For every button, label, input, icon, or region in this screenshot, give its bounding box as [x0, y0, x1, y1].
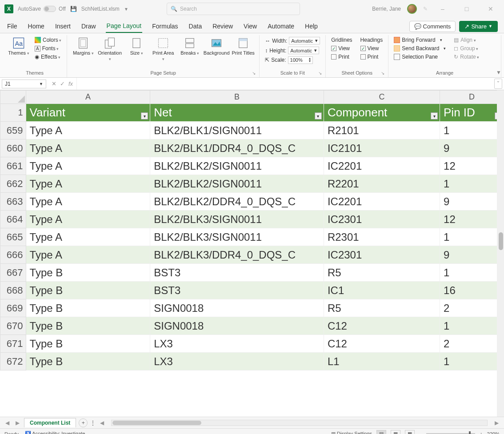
close-button[interactable]: ✕ — [482, 5, 500, 12]
enter-formula-icon[interactable]: ✓ — [60, 80, 65, 87]
selection-pane-button[interactable]: Selection Pane — [392, 53, 448, 61]
save-icon[interactable]: 💾 — [70, 6, 77, 12]
cell-variant[interactable]: Type A — [26, 139, 150, 157]
row-header[interactable]: 664 — [0, 211, 26, 228]
hscroll-right[interactable]: ▶ — [493, 420, 500, 426]
tab-help[interactable]: Help — [304, 20, 319, 32]
sheet-tab-component-list[interactable]: Component List — [24, 418, 76, 427]
filter-icon[interactable]: ▾ — [431, 112, 438, 119]
size-button[interactable]: Size — [124, 36, 149, 57]
cell-net[interactable]: LX3 — [150, 335, 324, 353]
col-header-A[interactable]: A — [26, 91, 150, 104]
cell-pin[interactable]: 1 — [440, 353, 504, 370]
cell-variant[interactable]: Type A — [26, 193, 150, 211]
select-all-button[interactable] — [0, 91, 26, 104]
cell-component[interactable]: R2101 — [324, 122, 440, 139]
row-header[interactable]: 669 — [0, 299, 26, 317]
tab-review[interactable]: Review — [212, 20, 234, 32]
comments-button[interactable]: 💬Comments — [409, 21, 456, 32]
bring-forward-button[interactable]: Bring Forward▾ — [392, 36, 448, 44]
gridlines-view-check[interactable]: ✓View — [329, 44, 354, 52]
cell-component[interactable]: R5 — [324, 299, 440, 317]
tab-formulas[interactable]: Formulas — [151, 20, 179, 32]
hscroll-left[interactable]: ◀ — [98, 420, 106, 426]
expand-formula-bar[interactable]: ˇ — [494, 79, 502, 89]
zoom-out-button[interactable]: − — [419, 431, 422, 434]
worksheet-grid[interactable]: A B C D 1 Variant▾ Net▾ Component▾ Pin I… — [0, 90, 504, 417]
cell-net[interactable]: BST3 — [150, 282, 324, 299]
cell-net[interactable]: BLK2/BLK2/SIGN0011 — [150, 175, 324, 193]
page-setup-launcher[interactable]: ↘ — [252, 71, 256, 76]
tab-nav-left[interactable]: ◀ — [4, 420, 11, 426]
cell-component[interactable]: C12 — [324, 335, 440, 353]
fx-icon[interactable]: fx — [68, 80, 73, 87]
row-header[interactable]: 663 — [0, 193, 26, 211]
cell-net[interactable]: BLK2/BLK1/DDR4_0_DQS_C — [150, 139, 324, 157]
cell-component[interactable]: IC2301 — [324, 246, 440, 264]
display-settings-button[interactable]: ▥ Display Settings — [331, 431, 372, 434]
row-header[interactable]: 671 — [0, 335, 26, 353]
themes-button[interactable]: Aa Themes — [6, 36, 31, 57]
col-header-C[interactable]: C — [324, 91, 440, 104]
cell-variant[interactable]: Type A — [26, 211, 150, 228]
cell-pin[interactable]: 9 — [440, 246, 504, 264]
print-titles-button[interactable]: Print Titles — [231, 36, 256, 56]
filename[interactable]: SchNetList.xlsm — [81, 6, 120, 12]
fonts-button[interactable]: AFonts — [33, 44, 63, 52]
tab-view[interactable]: View — [243, 20, 258, 32]
cell-variant[interactable]: Type B — [26, 299, 150, 317]
header-pin-id[interactable]: Pin ID▾ — [440, 104, 504, 122]
effects-button[interactable]: ◉Effects — [33, 53, 63, 61]
tab-options-icon[interactable]: ⋮ — [90, 420, 96, 426]
cell-pin[interactable]: 1 — [440, 122, 504, 139]
row-header[interactable]: 672 — [0, 353, 26, 370]
cell-net[interactable]: LX3 — [150, 353, 324, 370]
pen-icon[interactable]: ✎ — [423, 6, 428, 12]
scrollbar-thumb[interactable] — [112, 421, 201, 425]
cell-pin[interactable]: 2 — [440, 299, 504, 317]
cell-component[interactable]: IC2101 — [324, 139, 440, 157]
cell-variant[interactable]: Type A — [26, 157, 150, 175]
username[interactable]: Berrie, Jane — [372, 6, 401, 12]
headings-view-check[interactable]: ✓View — [359, 44, 385, 52]
page-layout-view-button[interactable]: ▦ — [391, 430, 400, 434]
add-sheet-button[interactable]: + — [79, 418, 88, 427]
cell-variant[interactable]: Type A — [26, 228, 150, 246]
collapse-ribbon-icon[interactable]: ▼ — [496, 69, 501, 76]
header-component[interactable]: Component▾ — [324, 104, 440, 122]
cell-variant[interactable]: Type A — [26, 175, 150, 193]
breaks-button[interactable]: Breaks — [177, 36, 202, 57]
zoom-in-button[interactable]: + — [480, 431, 482, 434]
row-header[interactable]: 670 — [0, 317, 26, 335]
tab-insert[interactable]: Insert — [54, 20, 72, 32]
cell-component[interactable]: C12 — [324, 317, 440, 335]
cell-component[interactable]: IC2201 — [324, 193, 440, 211]
row-header[interactable]: 667 — [0, 264, 26, 282]
cell-net[interactable]: SIGN0018 — [150, 299, 324, 317]
filter-icon[interactable]: ▾ — [315, 112, 322, 119]
row-header[interactable]: 668 — [0, 282, 26, 299]
cell-pin[interactable]: 2 — [440, 335, 504, 353]
horizontal-scrollbar[interactable] — [111, 420, 488, 426]
name-box[interactable]: J1▼ — [2, 80, 46, 88]
cell-component[interactable]: IC2201 — [324, 157, 440, 175]
scale-launcher[interactable]: ↘ — [318, 71, 322, 76]
height-field[interactable]: ↕Height:Automatic▾ — [263, 46, 322, 55]
avatar[interactable] — [407, 4, 417, 14]
cell-net[interactable]: BLK2/BLK3/SIGN0011 — [150, 228, 324, 246]
header-net[interactable]: Net▾ — [150, 104, 324, 122]
cell-variant[interactable]: Type B — [26, 317, 150, 335]
autosave-toggle[interactable]: AutoSave Off — [18, 6, 66, 12]
cell-component[interactable]: R2301 — [324, 228, 440, 246]
cell-component[interactable]: R5 — [324, 264, 440, 282]
orientation-button[interactable]: Orientation — [97, 36, 122, 63]
tab-page-layout[interactable]: Page Layout — [106, 20, 143, 33]
cell-pin[interactable]: 16 — [440, 282, 504, 299]
cell-net[interactable]: BLK2/BLK2/DDR4_0_DQS_C — [150, 193, 324, 211]
chevron-down-icon[interactable]: ▼ — [124, 7, 128, 12]
maximize-button[interactable]: □ — [458, 5, 476, 12]
cancel-formula-icon[interactable]: ✕ — [52, 80, 56, 87]
tab-draw[interactable]: Draw — [80, 20, 97, 32]
background-button[interactable]: Background — [204, 36, 229, 56]
toggle-icon[interactable] — [44, 6, 56, 12]
